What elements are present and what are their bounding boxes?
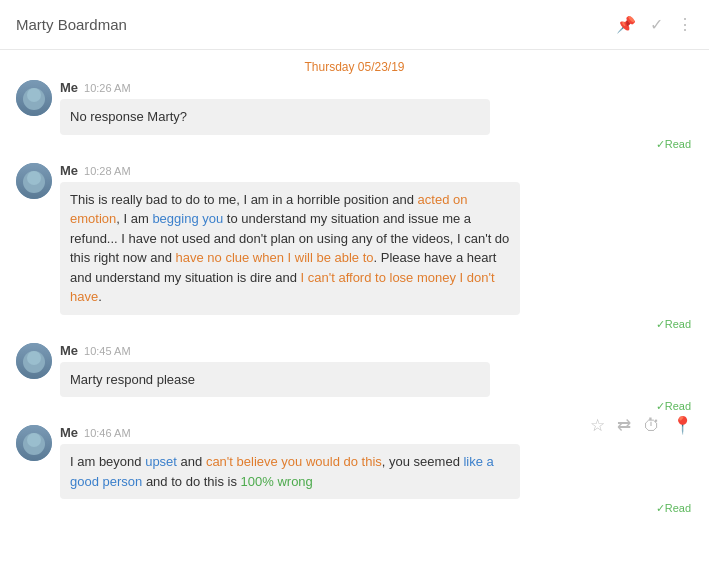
header-actions: 📌 ✓ ⋮ [616, 15, 693, 34]
action-bar: ☆ ⇄ ⏱ 📍 [590, 415, 693, 436]
message-time: 10:46 AM [84, 427, 130, 439]
message-bubble: No response Marty? [60, 99, 490, 135]
forward-icon[interactable]: ⇄ [617, 415, 631, 436]
avatar-image [16, 80, 52, 116]
message-meta: Me 10:45 AM [60, 343, 693, 358]
sender-name: Me [60, 80, 78, 95]
avatar [16, 343, 52, 379]
chat-area: Thursday 05/23/19 Me 10:26 AM No respons… [0, 50, 709, 573]
message-time: 10:45 AM [84, 345, 130, 357]
chat-header: Marty Boardman 📌 ✓ ⋮ [0, 0, 709, 50]
message-time: 10:28 AM [84, 165, 130, 177]
read-receipt: ✓Read [60, 400, 693, 413]
message-meta: Me 10:28 AM [60, 163, 693, 178]
read-receipt: ✓Read [60, 138, 693, 151]
more-icon[interactable]: ⋮ [677, 15, 693, 34]
message-row: Me 10:26 AM No response Marty? ✓Read [16, 80, 693, 151]
check-icon[interactable]: ✓ [650, 15, 663, 34]
message-meta: Me 10:26 AM [60, 80, 693, 95]
read-receipt: ✓Read [60, 502, 693, 515]
avatar-image [16, 343, 52, 379]
pin-icon[interactable]: 📌 [616, 15, 636, 34]
message-bubble: This is really bad to do to me, I am in … [60, 182, 520, 315]
avatar [16, 163, 52, 199]
sender-name: Me [60, 425, 78, 440]
message-content: Me 10:28 AM This is really bad to do to … [60, 163, 693, 331]
history-icon[interactable]: ⏱ [643, 416, 660, 436]
avatar [16, 425, 52, 461]
avatar [16, 80, 52, 116]
message-content: Me 10:46 AM I am beyond upset and can't … [60, 425, 693, 515]
message-bubble: I am beyond upset and can't believe you … [60, 444, 520, 499]
date-separator: Thursday 05/23/19 [16, 50, 693, 80]
avatar-image [16, 163, 52, 199]
message-time: 10:26 AM [84, 82, 130, 94]
message-row: Me 10:46 AM I am beyond upset and can't … [16, 425, 693, 515]
message-content: Me 10:45 AM Marty respond please ✓Read [60, 343, 693, 414]
sender-name: Me [60, 163, 78, 178]
message-content: Me 10:26 AM No response Marty? ✓Read [60, 80, 693, 151]
avatar-image [16, 425, 52, 461]
message-row: Me 10:28 AM This is really bad to do to … [16, 163, 693, 331]
sender-name: Me [60, 343, 78, 358]
location-icon[interactable]: 📍 [672, 415, 693, 436]
contact-name: Marty Boardman [16, 16, 127, 33]
message-row: Me 10:45 AM Marty respond please ✓Read [16, 343, 693, 414]
read-receipt: ✓Read [60, 318, 693, 331]
message-bubble: Marty respond please [60, 362, 490, 398]
star-icon[interactable]: ☆ [590, 415, 605, 436]
